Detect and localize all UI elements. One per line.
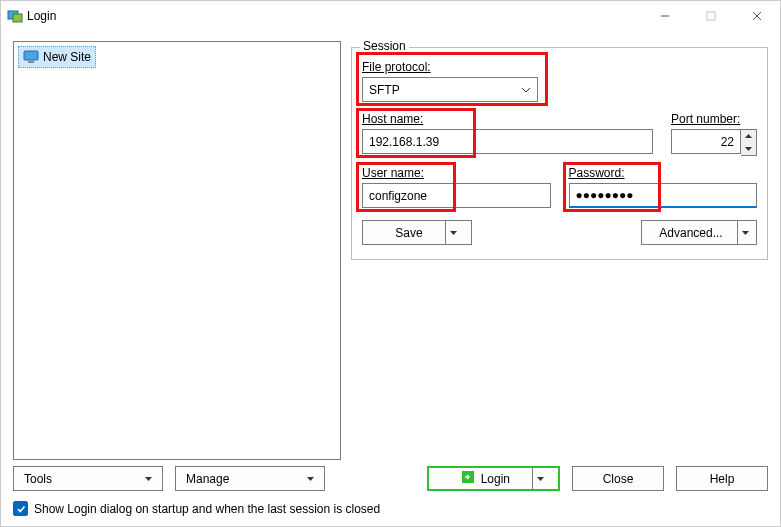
- tools-button[interactable]: Tools: [13, 466, 163, 491]
- host-name-label: Host name:: [362, 112, 653, 126]
- window-title: Login: [27, 9, 56, 23]
- svg-rect-7: [28, 61, 34, 63]
- maximize-button[interactable]: [688, 1, 734, 31]
- manage-button-label: Manage: [186, 472, 229, 486]
- tools-button-label: Tools: [24, 472, 52, 486]
- port-spin-down[interactable]: [741, 143, 756, 156]
- save-button-label: Save: [373, 226, 444, 240]
- session-group: Session File protocol: SFTP Host name:: [351, 47, 768, 260]
- password-input[interactable]: [569, 183, 758, 208]
- file-protocol-select[interactable]: SFTP: [362, 77, 538, 102]
- svg-rect-6: [24, 51, 38, 60]
- monitor-icon: [23, 49, 39, 65]
- file-protocol-value: SFTP: [369, 83, 400, 97]
- site-tree-item-label: New Site: [43, 50, 91, 64]
- login-button-dropdown[interactable]: [532, 468, 548, 489]
- port-number-label: Port number:: [671, 112, 757, 126]
- login-button[interactable]: Login: [427, 466, 560, 491]
- app-icon: [7, 8, 23, 24]
- port-number-input[interactable]: [671, 129, 757, 156]
- site-tree-new-site[interactable]: New Site: [18, 46, 96, 68]
- manage-button[interactable]: Manage: [175, 466, 325, 491]
- advanced-button[interactable]: Advanced...: [641, 220, 757, 245]
- login-window: Login New Site Session File protocol:: [0, 0, 781, 527]
- check-icon: [16, 504, 26, 514]
- show-on-startup-checkbox[interactable]: [13, 501, 28, 516]
- login-button-label: Login: [481, 472, 510, 486]
- password-label: Password:: [569, 166, 758, 180]
- close-window-button[interactable]: [734, 1, 780, 31]
- port-number-field[interactable]: [671, 129, 741, 154]
- file-protocol-label: File protocol:: [362, 60, 548, 74]
- svg-rect-3: [707, 12, 715, 20]
- show-on-startup-label: Show Login dialog on startup and when th…: [34, 502, 380, 516]
- chevron-down-icon: [521, 85, 531, 95]
- advanced-button-dropdown[interactable]: [737, 221, 753, 244]
- help-button[interactable]: Help: [676, 466, 768, 491]
- advanced-button-label: Advanced...: [645, 226, 736, 240]
- host-name-input[interactable]: [362, 129, 653, 154]
- minimize-button[interactable]: [642, 1, 688, 31]
- session-legend: Session: [360, 39, 409, 53]
- save-button[interactable]: Save: [362, 220, 472, 245]
- site-tree[interactable]: New Site: [13, 41, 341, 460]
- port-spin-up[interactable]: [741, 130, 756, 143]
- help-button-label: Help: [710, 472, 735, 486]
- caret-down-icon: [145, 477, 152, 481]
- close-button-label: Close: [603, 472, 634, 486]
- close-button[interactable]: Close: [572, 466, 664, 491]
- user-name-input[interactable]: [362, 183, 551, 208]
- titlebar: Login: [1, 1, 780, 31]
- save-button-dropdown[interactable]: [445, 221, 461, 244]
- caret-down-icon: [307, 477, 314, 481]
- user-name-label: User name:: [362, 166, 551, 180]
- login-icon: [461, 470, 475, 487]
- svg-rect-1: [13, 14, 22, 22]
